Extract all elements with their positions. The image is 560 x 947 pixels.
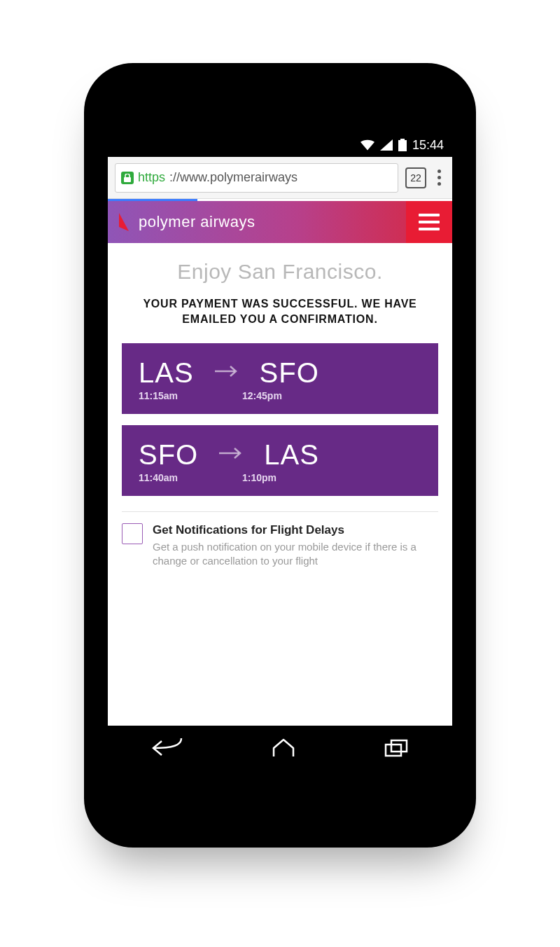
device-frame: 15:44 https://www.polymerairways 22: [84, 63, 476, 848]
arrive-time: 12:45pm: [242, 390, 282, 401]
arrow-right-icon: [219, 446, 243, 463]
battery-icon: [398, 139, 407, 151]
brand-logo-icon: [119, 213, 132, 231]
notify-checkbox[interactable]: [122, 523, 143, 544]
divider: [122, 511, 438, 512]
browser-overflow-menu[interactable]: [433, 170, 445, 186]
wifi-icon: [360, 139, 374, 151]
cell-signal-icon: [380, 139, 393, 151]
svg-rect-7: [391, 740, 407, 752]
site-header: polymer airways: [108, 201, 452, 243]
flight-card-return[interactable]: SFO LAS 11:40am 1:10pm: [122, 425, 438, 496]
recent-apps-button[interactable]: [384, 739, 408, 757]
url-bar[interactable]: https://www.polymerairways: [115, 163, 398, 193]
svg-marker-3: [119, 213, 129, 231]
screen: 15:44 https://www.polymerairways 22: [108, 133, 452, 770]
hero-title: Enjoy San Francisco.: [122, 260, 438, 284]
to-city: SFO: [260, 357, 319, 389]
brand[interactable]: polymer airways: [108, 213, 266, 231]
android-status-bar: 15:44: [108, 133, 452, 157]
hamburger-icon: [419, 214, 440, 230]
svg-rect-1: [400, 139, 405, 141]
lock-icon: [121, 172, 134, 184]
home-button[interactable]: [271, 738, 296, 758]
back-button[interactable]: [152, 738, 183, 758]
notify-title: Get Notifications for Flight Delays: [153, 523, 438, 537]
url-scheme: https: [138, 170, 165, 185]
flight-card-outbound[interactable]: LAS SFO 11:15am 12:45pm: [122, 343, 438, 414]
svg-rect-0: [398, 140, 407, 151]
notifications-optin: Get Notifications for Flight Delays Get …: [122, 523, 438, 569]
arrow-right-icon: [215, 364, 239, 381]
confirmation-message: YOUR PAYMENT WAS SUCCESSFUL. WE HAVE EMA…: [122, 296, 438, 328]
url-rest: ://www.polymerairways: [169, 170, 298, 185]
from-city: LAS: [139, 357, 194, 389]
depart-time: 11:40am: [139, 472, 178, 483]
from-city: SFO: [139, 439, 198, 471]
tab-switcher-button[interactable]: 22: [405, 167, 426, 188]
to-city: LAS: [264, 439, 319, 471]
svg-rect-2: [124, 177, 131, 182]
status-time: 15:44: [412, 138, 444, 153]
android-nav-bar: [108, 726, 452, 770]
brand-name: polymer airways: [139, 213, 255, 231]
browser-toolbar: https://www.polymerairways 22: [108, 157, 452, 199]
menu-button[interactable]: [406, 201, 452, 243]
page-content: Enjoy San Francisco. YOUR PAYMENT WAS SU…: [108, 243, 452, 726]
depart-time: 11:15am: [139, 390, 178, 401]
svg-rect-6: [386, 745, 401, 756]
tab-count-value: 22: [410, 172, 421, 184]
notify-description: Get a push notification on your mobile d…: [153, 540, 438, 569]
arrive-time: 1:10pm: [242, 472, 276, 483]
